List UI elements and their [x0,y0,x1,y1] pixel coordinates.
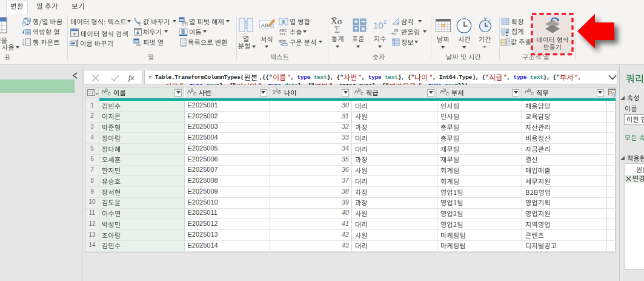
svg-text:abc: abc [279,38,286,44]
svg-text:2: 2 [383,19,387,25]
svg-text:ABC: ABC [279,29,287,32]
svg-text:2: 2 [139,22,141,25]
svg-text:Σ: Σ [334,24,340,33]
svg-text:10: 10 [373,20,383,30]
svg-text:3: 3 [22,44,24,46]
svg-text:123: 123 [279,32,286,35]
svg-text:Σ: Σ [506,32,509,36]
svg-text:.00: .00 [393,29,399,32]
svg-text:D: D [609,90,612,95]
